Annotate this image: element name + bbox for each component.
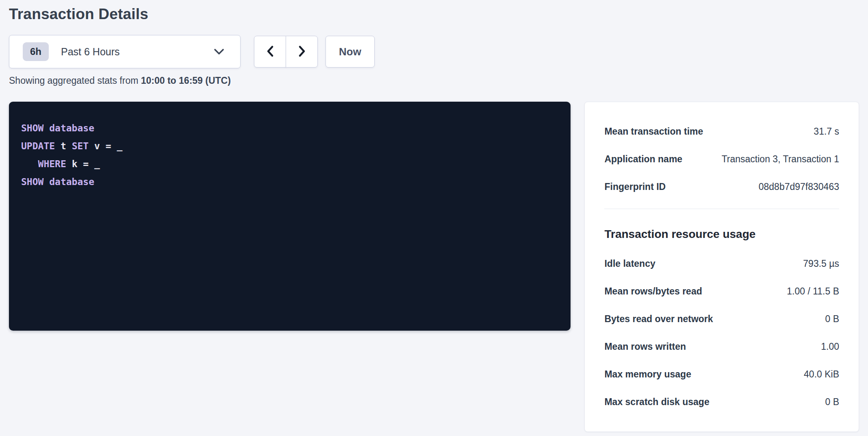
stat-row-mean-rows-written: Mean rows written 1.00	[604, 341, 839, 352]
stat-label: Bytes read over network	[604, 313, 723, 325]
stat-label: Application name	[604, 153, 692, 165]
chevron-right-icon	[297, 45, 307, 59]
stat-label: Mean rows/bytes read	[604, 286, 712, 297]
previous-time-button[interactable]	[254, 36, 286, 68]
sql-token: SHOW database	[21, 123, 94, 133]
sql-token: WHERE	[38, 159, 66, 169]
next-time-button[interactable]	[286, 36, 318, 68]
sql-line: SHOW database	[21, 173, 558, 191]
stat-value: 08d8b7d97f830463	[759, 181, 839, 192]
sql-token: UPDATE	[21, 141, 55, 151]
sql-token: t	[55, 141, 72, 151]
stat-value: 31.7 s	[814, 126, 839, 137]
stat-label: Idle latency	[604, 258, 665, 269]
stats-caption: Showing aggregated stats from 10:00 to 1…	[9, 75, 859, 86]
stat-value: 793.5 µs	[803, 258, 839, 269]
sql-token: SET	[72, 141, 89, 151]
sql-line: UPDATE t SET v = _	[21, 137, 558, 155]
chevron-left-icon	[265, 45, 275, 59]
time-range-badge: 6h	[23, 42, 49, 61]
sql-token: v = _	[89, 141, 122, 151]
resource-usage-section-title: Transaction resource usage	[604, 228, 839, 241]
card-divider	[604, 209, 839, 209]
stat-row-idle-latency: Idle latency 793.5 µs	[604, 258, 839, 269]
stat-label: Mean rows written	[604, 341, 696, 352]
transaction-details-page: Transaction Details 6h Past 6 Hours	[0, 0, 868, 432]
sql-token	[21, 159, 38, 169]
stat-value: 40.0 KiB	[804, 368, 839, 380]
stat-row-fingerprint-id: Fingerprint ID 08d8b7d97f830463	[604, 181, 839, 192]
stat-row-max-scratch-disk-usage: Max scratch disk usage 0 B	[604, 396, 839, 408]
stat-value: 0 B	[825, 313, 839, 325]
sql-line: WHERE k = _	[21, 155, 558, 173]
sql-statement-box: SHOW databaseUPDATE t SET v = _ WHERE k …	[9, 102, 571, 331]
stat-value: 1.00	[821, 341, 839, 352]
stat-label: Fingerprint ID	[604, 181, 675, 192]
transaction-stats-card: Mean transaction time 31.7 s Application…	[584, 102, 859, 432]
stats-caption-prefix: Showing aggregated stats from	[9, 75, 141, 86]
stat-row-max-memory-usage: Max memory usage 40.0 KiB	[604, 368, 839, 380]
chevron-down-icon	[213, 48, 225, 55]
stat-value: 1.00 / 11.5 B	[787, 286, 839, 297]
stat-label: Max scratch disk usage	[604, 396, 719, 408]
page-title: Transaction Details	[9, 6, 859, 23]
main-content: SHOW databaseUPDATE t SET v = _ WHERE k …	[9, 102, 859, 432]
time-range-select[interactable]: 6h Past 6 Hours	[9, 35, 241, 68]
sql-statement: SHOW databaseUPDATE t SET v = _ WHERE k …	[21, 119, 558, 191]
now-button[interactable]: Now	[326, 36, 375, 68]
stat-row-bytes-read-over-network: Bytes read over network 0 B	[604, 313, 839, 325]
sql-token: SHOW database	[21, 177, 94, 187]
stat-row-mean-rows-bytes-read: Mean rows/bytes read 1.00 / 11.5 B	[604, 286, 839, 297]
stat-value: 0 B	[825, 396, 839, 408]
stat-row-mean-transaction-time: Mean transaction time 31.7 s	[604, 126, 839, 137]
time-range-label: Past 6 Hours	[61, 46, 120, 58]
stat-row-application-name: Application name Transaction 3, Transact…	[604, 153, 839, 165]
stat-label: Max memory usage	[604, 368, 701, 380]
sql-token: k = _	[66, 159, 100, 169]
stat-value: Transaction 3, Transaction 1	[722, 153, 839, 165]
time-nav-group	[254, 36, 318, 68]
stats-caption-range: 10:00 to 16:59 (UTC)	[141, 75, 231, 86]
time-toolbar: 6h Past 6 Hours	[9, 35, 859, 68]
stat-label: Mean transaction time	[604, 126, 713, 137]
sql-line: SHOW database	[21, 119, 558, 137]
